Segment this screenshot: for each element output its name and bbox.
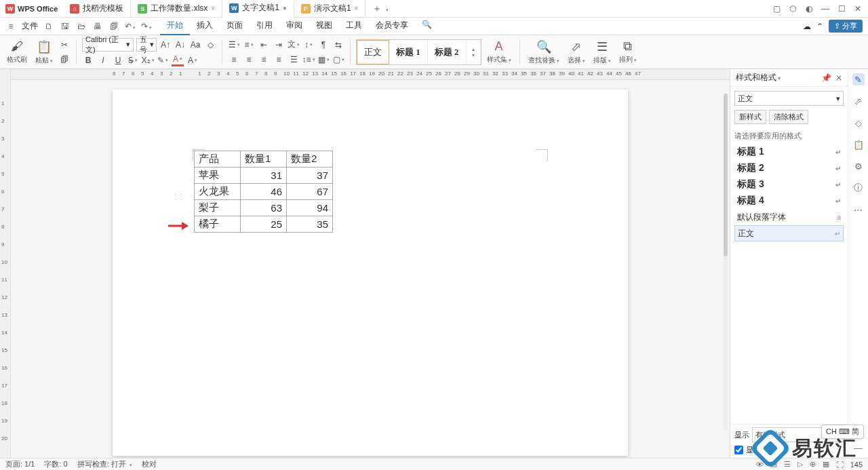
- tab-workbook[interactable]: S 工作簿数量.xlsx ×: [131, 0, 222, 18]
- table-cell[interactable]: 94: [287, 200, 333, 216]
- data-table[interactable]: 产品数量1数量2苹果3137火龙果4667梨子6394橘子2535: [194, 151, 333, 233]
- undo-icon[interactable]: ↶: [125, 22, 136, 31]
- style-list-item[interactable]: 正文↵: [734, 225, 844, 241]
- cloud-icon[interactable]: ☁: [803, 22, 811, 31]
- style-h1[interactable]: 标题 1: [389, 40, 428, 64]
- styles-tool-icon[interactable]: ✎: [852, 73, 865, 85]
- table-cell[interactable]: 25: [241, 216, 287, 233]
- indent-inc-icon[interactable]: ⇥: [273, 39, 285, 51]
- strike-icon[interactable]: S̶: [127, 54, 139, 66]
- style-list-item[interactable]: 标题 3↵: [734, 176, 844, 193]
- style-set-button[interactable]: A 样式集: [484, 35, 514, 68]
- hamburger-icon[interactable]: ≡: [5, 22, 16, 31]
- more-tool-icon[interactable]: ⋯: [852, 203, 865, 216]
- copy-icon[interactable]: 🗐: [58, 54, 71, 66]
- paste-button[interactable]: 📋 粘贴: [33, 35, 56, 68]
- numbering-icon[interactable]: ≡: [243, 39, 255, 51]
- vertical-ruler[interactable]: 1234567891011121314151617181920: [0, 69, 11, 458]
- table-header[interactable]: 数量2: [287, 151, 333, 168]
- window-restore-icon[interactable]: ▢: [772, 4, 781, 14]
- new-style-button[interactable]: 新样式: [734, 110, 766, 124]
- scrollbar-thumb[interactable]: [724, 94, 728, 256]
- preview-checkbox[interactable]: [734, 446, 743, 454]
- print-preview-icon[interactable]: 🗐: [108, 22, 119, 31]
- maximize-icon[interactable]: ☐: [837, 4, 846, 14]
- horizontal-ruler[interactable]: 8765432112345678910111213141516171819202…: [11, 69, 730, 80]
- status-proof[interactable]: 校对: [142, 459, 157, 469]
- apps-icon[interactable]: ⬡: [788, 4, 797, 14]
- font-name-select[interactable]: Calibri (正文)▾: [82, 38, 134, 52]
- clear-format-icon[interactable]: ◇: [204, 39, 216, 51]
- document-canvas[interactable]: ⋮⋮ 产品数量1数量2苹果3137火龙果4667梨子6394橘子2535: [11, 80, 730, 458]
- table-row[interactable]: 橘子2535: [195, 216, 333, 233]
- tab-icon[interactable]: ⇆: [332, 39, 344, 51]
- table-cell[interactable]: 苹果: [195, 168, 241, 184]
- shapes-tool-icon[interactable]: ◇: [852, 117, 865, 129]
- shading-icon[interactable]: ▦: [317, 54, 330, 66]
- style-gallery[interactable]: 正文 标题 1 标题 2 ▴▾: [356, 39, 481, 65]
- tab-document[interactable]: W 文字文稿1 ●: [222, 0, 294, 18]
- table-cell[interactable]: 37: [287, 168, 333, 184]
- table-header[interactable]: 数量1: [241, 151, 287, 168]
- table-row[interactable]: 苹果3137: [195, 168, 333, 184]
- font-size-select[interactable]: 五号▾: [136, 38, 157, 52]
- show-marks-icon[interactable]: ¶: [317, 39, 330, 51]
- change-case-icon[interactable]: Aa: [189, 39, 201, 51]
- decrease-font-icon[interactable]: A↓: [174, 39, 186, 51]
- clear-format-button[interactable]: 清除格式: [769, 110, 808, 124]
- ribbon-tab-review[interactable]: 审阅: [279, 17, 309, 35]
- tab-close-icon[interactable]: ×: [355, 5, 359, 12]
- italic-icon[interactable]: I: [97, 54, 109, 66]
- align-left-icon[interactable]: ≡: [228, 54, 240, 66]
- layout-button[interactable]: ☰ 排版: [591, 35, 614, 68]
- tab-templates[interactable]: ⌂ 找稻壳模板: [63, 0, 131, 18]
- select-tool-icon[interactable]: ⬀: [852, 95, 865, 107]
- ribbon-tab-page[interactable]: 页面: [220, 17, 250, 35]
- table-cell[interactable]: 梨子: [195, 200, 241, 216]
- style-list-item[interactable]: 默认段落字体a: [734, 209, 844, 225]
- status-words[interactable]: 字数: 0: [44, 459, 67, 469]
- table-cell[interactable]: 63: [241, 200, 287, 216]
- subscript-icon[interactable]: X₂: [142, 54, 154, 66]
- ribbon-tab-insert[interactable]: 插入: [190, 17, 220, 35]
- open-icon[interactable]: 🗁: [76, 22, 87, 31]
- style-h2[interactable]: 标题 2: [428, 40, 467, 64]
- collapse-ribbon-icon[interactable]: ⌃: [816, 22, 823, 31]
- table-cell[interactable]: 46: [241, 184, 287, 200]
- increase-font-icon[interactable]: A↑: [159, 39, 172, 51]
- panel-title[interactable]: 样式和格式: [736, 72, 781, 83]
- style-normal[interactable]: 正文: [357, 40, 389, 64]
- tab-presentation[interactable]: P 演示文稿1 ×: [294, 0, 366, 18]
- table-cell[interactable]: 31: [241, 168, 287, 184]
- table-row[interactable]: 火龙果4667: [195, 184, 333, 200]
- new-tab-button[interactable]: ＋: [366, 3, 395, 15]
- user-icon[interactable]: ◐: [804, 4, 814, 14]
- vertical-scrollbar[interactable]: [724, 94, 728, 431]
- bold-icon[interactable]: B: [82, 54, 94, 66]
- style-list-item[interactable]: 标题 2↵: [734, 160, 844, 176]
- align-center-icon[interactable]: ≡: [243, 54, 255, 66]
- cut-icon[interactable]: ✂: [58, 39, 71, 51]
- status-spell[interactable]: 拼写检查: 打开: [77, 459, 132, 469]
- table-row[interactable]: 梨子6394: [195, 200, 333, 216]
- settings-tool-icon[interactable]: ⚙: [852, 160, 865, 172]
- save-icon[interactable]: 🖫: [60, 22, 71, 31]
- file-menu[interactable]: 文件: [22, 20, 38, 32]
- search-icon[interactable]: 🔍: [415, 17, 439, 35]
- char-shading-icon[interactable]: A: [186, 54, 199, 66]
- borders-icon[interactable]: ▢: [332, 54, 344, 66]
- current-style-select[interactable]: 正文▾: [734, 91, 844, 106]
- tab-close-icon[interactable]: ●: [283, 4, 287, 12]
- ribbon-tab-member[interactable]: 会员专享: [369, 17, 415, 35]
- style-list-item[interactable]: 标题 4↵: [734, 193, 844, 209]
- new-icon[interactable]: 🗋: [43, 22, 54, 31]
- sort-icon[interactable]: ↕: [302, 39, 315, 51]
- bullets-icon[interactable]: ☰: [228, 39, 240, 51]
- table-cell[interactable]: 橘子: [195, 216, 241, 233]
- status-page[interactable]: 页面: 1/1: [5, 459, 35, 469]
- format-painter-button[interactable]: 🖌 格式刷: [4, 35, 30, 68]
- find-replace-button[interactable]: 🔍 查找替换: [526, 35, 562, 68]
- share-button[interactable]: ⇪ 分享: [829, 20, 863, 33]
- pin-icon[interactable]: 📌: [821, 73, 831, 83]
- indent-dec-icon[interactable]: ⇤: [258, 39, 270, 51]
